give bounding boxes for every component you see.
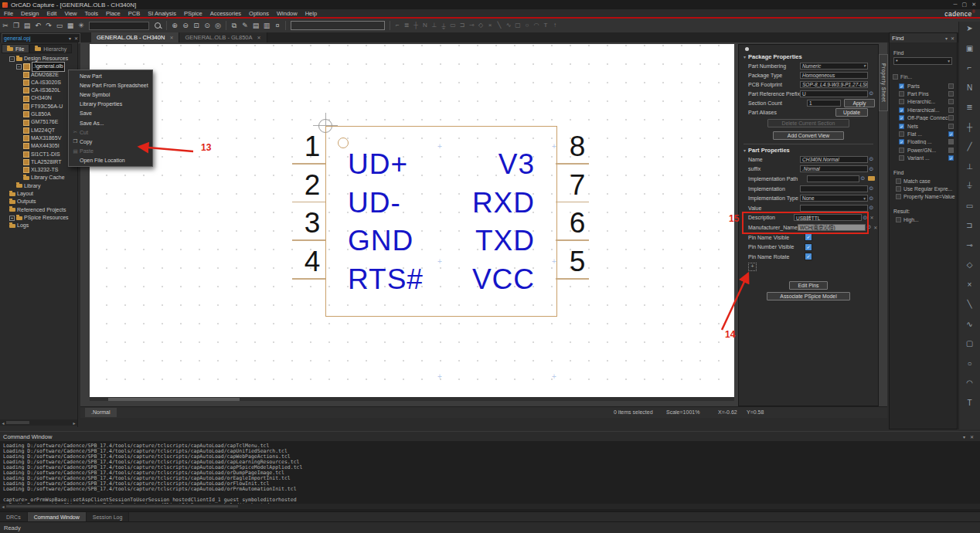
scope-group-checkbox[interactable] [893,74,898,80]
update-button[interactable]: Update [835,108,868,117]
scope-checkbox[interactable] [899,83,904,89]
pin-stub[interactable] [292,278,325,280]
implementation-type-dropdown[interactable]: None▾ [800,195,868,202]
scope-checkbox[interactable] [899,124,904,129]
scope-checkbox[interactable] [899,91,904,97]
context-menu-item[interactable]: Open File Location [69,156,152,165]
toolbar-text-input[interactable] [291,21,385,30]
context-menu-item[interactable]: Library Properties [69,100,152,109]
copy-icon[interactable]: ❐ [11,22,22,29]
suffix-field[interactable]: .Normal [800,165,868,172]
place-offpage-icon[interactable]: ◇ [476,22,485,30]
close-icon[interactable]: ✕ [951,36,954,41]
scope-secondary-checkbox[interactable] [948,124,954,129]
context-menu-item[interactable]: New Part [69,71,152,80]
minimize-button[interactable]: ─ [954,2,958,8]
place-bus-icon[interactable]: ≣ [402,22,411,30]
context-menu-item[interactable]: Save As... [69,118,152,127]
tree-item[interactable]: LM224QT [0,127,77,134]
collapse-icon[interactable]: ▾ [945,36,948,41]
context-menu-item[interactable]: ✂ Cut [69,127,152,137]
place-line-icon[interactable]: ╲ [967,300,971,308]
add-convert-view-button[interactable]: Add Convert View [773,131,844,140]
property-sheet-tab[interactable]: Property Sheet [879,54,888,111]
panel-pin-icon[interactable] [745,47,749,51]
place-polyline-icon[interactable]: ∿ [966,321,972,328]
menu-item[interactable]: Window [273,10,301,17]
tree-item[interactable]: CA-IS3620L [0,87,77,94]
eye-icon[interactable]: ⊙ [868,195,875,202]
add-property-button[interactable]: + [748,263,757,271]
menu-item[interactable]: View [60,10,80,17]
place-net-alias-icon[interactable]: N [967,84,972,92]
pin-stub[interactable] [292,239,325,241]
pin-stub[interactable] [556,163,589,165]
zoom-window-icon[interactable]: ▭ [54,22,65,29]
tree-item[interactable]: Referenced Projects [0,206,77,214]
tree-item[interactable]: Library Cache [0,174,77,182]
find-scope-row[interactable]: Hierarchic... [890,98,957,106]
option-checkbox[interactable] [896,186,901,192]
part-reference-prefix-field[interactable]: U [800,90,868,97]
close-icon[interactable]: ✕ [74,36,78,41]
tree-item[interactable]: XL3232-TS [0,166,77,174]
result-option-row[interactable]: High... [890,216,957,224]
view-tab-normal[interactable]: .Normal [85,408,117,417]
close-button[interactable]: ✕ [971,2,976,8]
sidebar-horizontal-scrollbar[interactable]: ◂▸ [0,419,77,426]
place-ellipse-icon[interactable]: ○ [522,22,532,30]
tree-item[interactable]: MAX44305I [0,142,77,150]
pin-stub[interactable] [556,278,589,280]
collapse-icon[interactable]: ▾ [744,148,746,153]
place-part-icon[interactable]: ▣ [966,45,973,53]
context-menu-item[interactable]: New Part From Spreadsheet [69,80,152,90]
find-scope-row[interactable]: Flat ... [890,130,957,137]
up-arrow-icon[interactable]: ↑ [550,22,560,30]
scope-secondary-checkbox[interactable] [948,155,954,161]
scope-checkbox[interactable] [899,155,904,161]
part-manager-icon[interactable]: ¤ [272,22,283,30]
scope-checkbox[interactable] [899,107,904,113]
find-scope-row[interactable]: Power/GN... [890,146,957,154]
pin-stub[interactable] [556,202,589,203]
scope-secondary-checkbox[interactable] [948,139,954,144]
document-tab[interactable]: GENERAL.OLB - CH340N ✕ [91,32,179,42]
place-net-alias-icon[interactable]: N [420,22,430,30]
cut-icon[interactable]: ✂ [0,22,11,29]
place-off-page-icon[interactable]: ◇ [967,261,973,269]
place-port-icon[interactable]: ⊐ [458,22,467,30]
eye-icon[interactable]: ⊙ [859,175,866,182]
menu-item[interactable]: Edit [43,10,60,17]
part-numbering-dropdown[interactable]: Numeric▾ [800,63,868,70]
collapse-icon[interactable]: ▾ [963,434,965,440]
find-scope-row[interactable]: Parts [890,82,957,90]
pin[interactable]: 6 [556,207,625,241]
context-menu-item[interactable]: Save [69,109,152,118]
option-checkbox[interactable] [896,217,901,222]
place-wire-icon[interactable]: ⌐ [393,22,402,30]
scope-secondary-checkbox[interactable] [948,91,954,97]
collapse-icon[interactable]: ▾ [744,54,746,59]
annotate-icon[interactable]: ✎ [240,22,250,30]
pin-name-visible-checkbox[interactable]: ✓ [805,233,812,241]
schematic-canvas[interactable]: + + + + + + 1 2 [90,44,734,401]
package-type-field[interactable]: Homogeneous [800,72,868,79]
scope-checkbox[interactable] [899,131,904,137]
place-junction-icon[interactable]: ┼ [967,124,972,131]
menu-item[interactable]: Options [245,10,273,17]
eye-icon[interactable]: ⊙ [868,90,875,97]
place-arc-icon[interactable]: ◠ [966,379,973,387]
place-text-icon[interactable]: T [967,399,971,407]
edit-pins-button[interactable]: Edit Pins [789,281,828,290]
quick-search-input[interactable] [89,22,149,30]
maximize-button[interactable]: ▢ [962,2,968,8]
paste-icon[interactable]: ▤ [22,22,32,29]
place-ellipse-icon[interactable]: ○ [967,360,971,368]
find-scope-row[interactable]: Floating ... [890,138,957,146]
pin-number-visible-checkbox[interactable]: ✓ [805,243,812,251]
place-power-icon[interactable]: ⊥ [966,163,973,171]
undo-icon[interactable]: ↶ [32,22,43,29]
scope-checkbox[interactable] [899,148,904,153]
section-count-field[interactable]: 1 [807,100,841,107]
place-pin-icon[interactable]: ⊸ [966,242,972,250]
